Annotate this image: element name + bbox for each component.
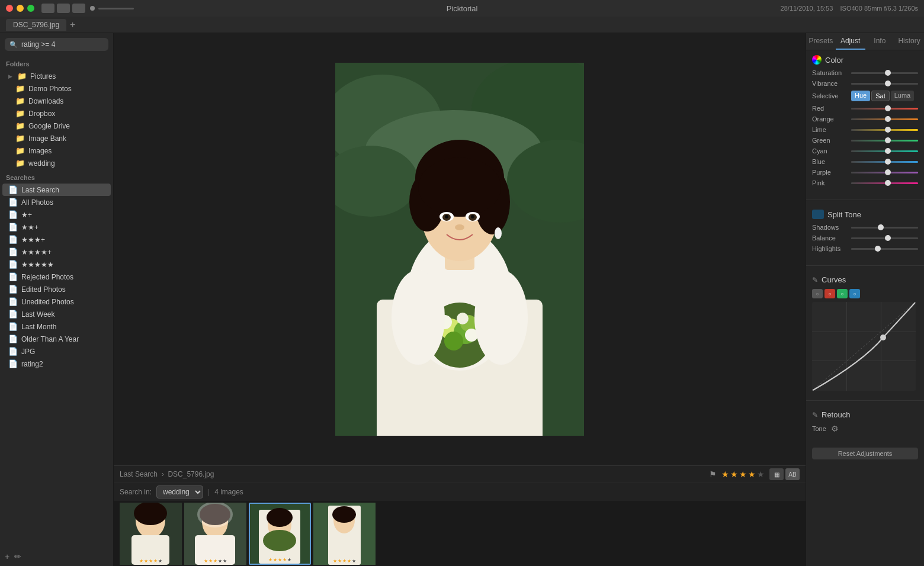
flag-icon: ⚑	[709, 469, 717, 479]
blue-slider[interactable]	[851, 161, 918, 163]
new-tab-button[interactable]: +	[70, 20, 75, 30]
balance-slider[interactable]	[851, 237, 918, 239]
add-folder-button[interactable]: +	[5, 552, 9, 561]
green-label: Green	[812, 137, 849, 144]
layout-btn-2[interactable]	[57, 4, 70, 13]
star-1[interactable]: ★	[721, 469, 729, 479]
saturation-slider[interactable]	[851, 72, 918, 74]
tab-adjust[interactable]: Adjust	[836, 33, 865, 50]
green-slider[interactable]	[851, 140, 918, 142]
lime-slider[interactable]	[851, 129, 918, 131]
search-label: Rejected Photos	[21, 273, 73, 281]
svg-point-26	[444, 332, 463, 350]
folder-icon: 📄	[8, 359, 18, 368]
pink-slider[interactable]	[851, 182, 918, 184]
titlebar: Picktorial 28/11/2010, 15:53 ISO400 85mm…	[0, 0, 924, 17]
tab-history[interactable]: History	[894, 33, 924, 50]
folder-icon: 📄	[8, 260, 18, 269]
ab-view-button[interactable]: AB	[785, 468, 800, 480]
tone-icon[interactable]: ⚙	[831, 424, 839, 433]
sidebar-item-images[interactable]: 📁 Images	[2, 144, 111, 157]
folder-icon: 📄	[8, 247, 18, 256]
curves-canvas[interactable]	[812, 302, 916, 391]
orange-slider[interactable]	[851, 118, 918, 120]
curves-red-button[interactable]: ○	[824, 289, 835, 298]
saturation-row: Saturation	[812, 69, 918, 76]
sidebar-item-star3[interactable]: 📄 ★★+	[2, 221, 111, 233]
camera-info: ISO400 85mm f/6.3 1/260s	[840, 5, 918, 12]
sidebar-item-downloads[interactable]: 📁 Downloads	[2, 95, 111, 107]
search-in-label: Search in:	[120, 488, 152, 496]
luma-button[interactable]: Luma	[891, 91, 915, 101]
minimize-button[interactable]	[17, 5, 24, 12]
star-3[interactable]: ★	[739, 469, 747, 479]
thumbnail-3[interactable]: ★★★★★	[249, 503, 311, 565]
sidebar-item-star5[interactable]: 📄 ★★★★+	[2, 246, 111, 258]
search-box[interactable]: 🔍	[5, 38, 108, 51]
star-2[interactable]: ★	[730, 469, 738, 479]
star-4[interactable]: ★	[748, 469, 756, 479]
sidebar-item-demo-photos[interactable]: 📁 Demo Photos	[2, 82, 111, 95]
edit-button[interactable]: ✏	[14, 552, 21, 561]
lime-row: Lime	[812, 126, 918, 133]
sidebar-item-star4[interactable]: 📄 ★★★+	[2, 233, 111, 246]
tone-label: Tone	[812, 425, 826, 432]
curves-green-button[interactable]: ○	[837, 289, 848, 298]
cyan-slider[interactable]	[851, 150, 918, 152]
sidebar-item-edited-photos[interactable]: 📄 Edited Photos	[2, 283, 111, 295]
search-input[interactable]	[21, 40, 110, 49]
curves-channels[interactable]: ○ ○ ○ ○	[812, 289, 918, 298]
view-toggle[interactable]: ▦ AB	[769, 468, 800, 480]
highlights-label: Highlights	[812, 245, 849, 252]
search-in-select[interactable]: wedding	[156, 485, 203, 499]
date-time: 28/11/2010, 15:53	[781, 5, 833, 12]
vibrance-row: Vibrance	[812, 80, 918, 87]
sidebar-item-unedited-photos[interactable]: 📄 Unedited Photos	[2, 295, 111, 308]
sidebar-item-last-week[interactable]: 📄 Last Week	[2, 308, 111, 320]
sidebar-item-star2[interactable]: 📄 ★+	[2, 208, 111, 221]
shadows-slider[interactable]	[851, 227, 918, 229]
thumbnail-4[interactable]: ★★★★★	[313, 503, 376, 565]
star-5[interactable]: ★	[757, 469, 765, 479]
sidebar-item-pictures[interactable]: ▶ 📁 Pictures	[2, 70, 111, 82]
hue-button[interactable]: Hue	[851, 91, 870, 101]
reset-adjustments-button[interactable]: Reset Adjustments	[812, 448, 918, 459]
red-slider[interactable]	[851, 108, 918, 110]
sidebar-item-rating2[interactable]: 📄 rating2	[2, 358, 111, 370]
filmstrip-photos[interactable]: ★★★★★ ★★★★★	[114, 501, 806, 566]
sidebar-item-older-than-year[interactable]: 📄 Older Than A Year	[2, 333, 111, 345]
layout-btn-3[interactable]	[72, 4, 85, 13]
curves-rgb-button[interactable]: ○	[812, 289, 823, 298]
sidebar-item-wedding[interactable]: 📁 wedding	[2, 157, 111, 169]
layout-btn-1[interactable]	[41, 4, 54, 13]
purple-slider[interactable]	[851, 172, 918, 173]
layout-controls[interactable]	[41, 4, 85, 13]
tab-presets[interactable]: Presets	[806, 33, 836, 50]
main-tab[interactable]: DSC_5796.jpg	[6, 19, 66, 31]
close-button[interactable]	[6, 5, 13, 12]
sidebar-item-google-drive[interactable]: 📁 Google Drive	[2, 120, 111, 132]
sat-button[interactable]: Sat	[871, 91, 890, 101]
selective-buttons[interactable]: Hue Sat Luma	[851, 91, 914, 101]
tab-info[interactable]: Info	[865, 33, 895, 50]
sidebar-item-dropbox[interactable]: 📁 Dropbox	[2, 107, 111, 120]
rating-stars[interactable]: ★ ★ ★ ★ ★	[721, 469, 765, 479]
sidebar-item-all-photos[interactable]: 📄 All Photos	[2, 196, 111, 208]
sidebar-item-star5only[interactable]: 📄 ★★★★★	[2, 258, 111, 271]
window-control-buttons[interactable]	[6, 5, 34, 12]
grid-view-button[interactable]: ▦	[769, 468, 784, 480]
maximize-button[interactable]	[27, 5, 34, 12]
highlights-slider[interactable]	[851, 248, 918, 250]
camera-meta: 28/11/2010, 15:53 ISO400 85mm f/6.3 1/26…	[781, 5, 918, 12]
sidebar-item-image-bank[interactable]: 📁 Image Bank	[2, 132, 111, 144]
sidebar-item-last-search[interactable]: 📄 Last Search	[2, 184, 111, 196]
curves-blue-button[interactable]: ○	[849, 289, 860, 298]
split-tone-header: Split Tone	[812, 210, 918, 219]
sidebar-item-last-month[interactable]: 📄 Last Month	[2, 320, 111, 333]
breadcrumb-start[interactable]: Last Search	[120, 470, 158, 478]
sidebar-item-jpg[interactable]: 📄 JPG	[2, 345, 111, 358]
sidebar-item-rejected-photos[interactable]: 📄 Rejected Photos	[2, 271, 111, 283]
thumbnail-2[interactable]: ★★★★★	[184, 503, 246, 565]
thumbnail-1[interactable]: ★★★★★	[120, 503, 182, 565]
vibrance-slider[interactable]	[851, 83, 918, 85]
